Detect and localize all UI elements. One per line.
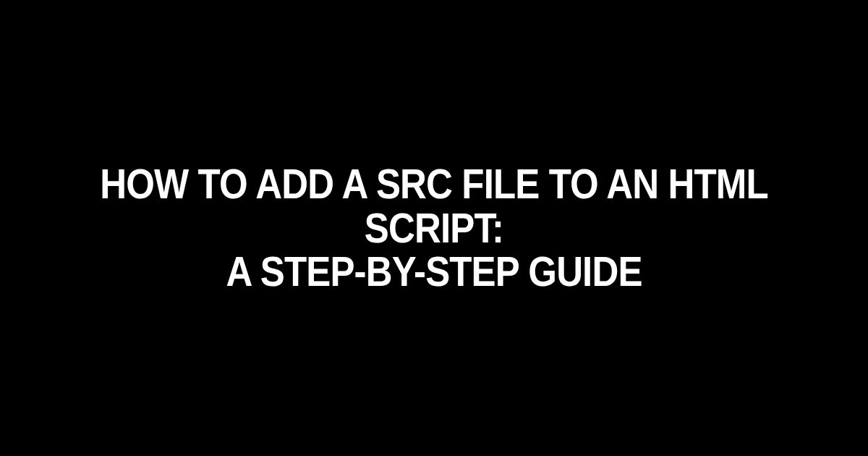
title-container: How to Add a SRC File to an HTML Script:… — [0, 162, 868, 295]
page-title: How to Add a SRC File to an HTML Script:… — [90, 162, 778, 295]
title-line-1: How to Add a SRC File to an HTML Script: — [100, 160, 768, 251]
title-line-2: A Step-by-Step Guide — [226, 248, 642, 295]
